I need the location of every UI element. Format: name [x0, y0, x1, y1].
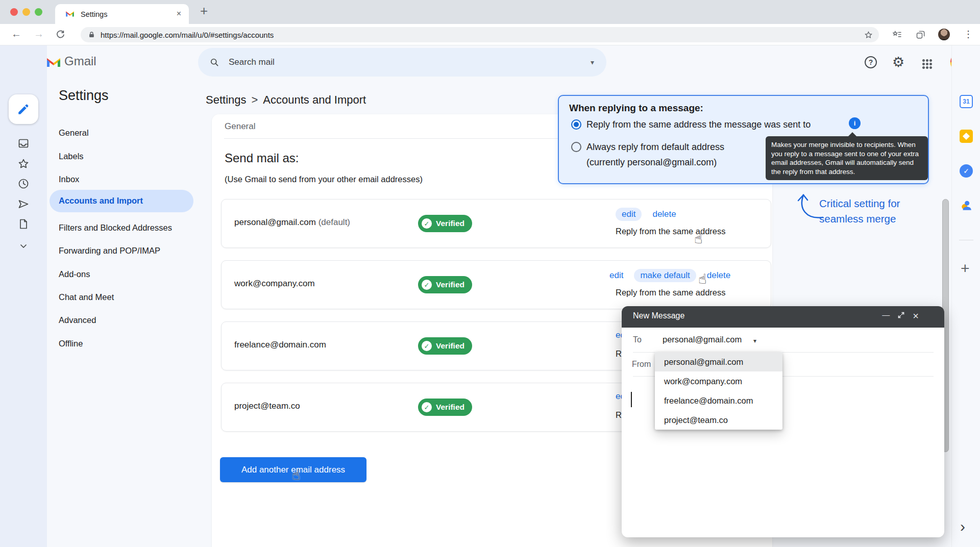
google-apps-icon[interactable]: [922, 59, 932, 69]
radio-label: Reply from the same address the message …: [586, 117, 811, 132]
email-address: work@company.com: [234, 279, 315, 289]
side-panel-toggle-icon[interactable]: ›: [960, 518, 965, 535]
text-cursor: [631, 392, 632, 407]
keep-icon[interactable]: [960, 130, 973, 143]
snoozed-icon[interactable]: [17, 178, 30, 190]
check-icon: ✓: [422, 280, 432, 290]
reply-mode-note: Reply from the same address: [616, 288, 726, 297]
forward-button[interactable]: →: [34, 28, 44, 40]
nav-item-inbox[interactable]: Inbox: [59, 175, 79, 184]
edit-link[interactable]: edit: [609, 270, 623, 281]
tab-close-icon[interactable]: ×: [177, 9, 181, 18]
more-labels-chevron-icon[interactable]: [17, 240, 30, 252]
email-address: project@team.co: [234, 401, 300, 411]
email-row: work@company.com ✓Verified edit make def…: [221, 260, 771, 309]
dropdown-option[interactable]: personal@gmail.com: [655, 352, 782, 371]
help-icon[interactable]: ?: [865, 56, 877, 68]
back-button[interactable]: ←: [11, 28, 21, 40]
hand-cursor-icon: ☝: [292, 467, 300, 483]
settings-gear-icon[interactable]: ⚙: [892, 54, 904, 70]
nav-item-offline[interactable]: Offline: [59, 339, 83, 349]
search-bar[interactable]: ▾: [198, 48, 606, 77]
window-zoom-button[interactable]: [35, 8, 42, 16]
starred-icon[interactable]: [17, 158, 30, 170]
nav-item-chat-meet[interactable]: Chat and Meet: [59, 292, 114, 302]
right-side-panel: 31 ✓ +: [951, 45, 980, 547]
add-addon-icon[interactable]: +: [961, 260, 970, 277]
calendar-icon[interactable]: 31: [960, 95, 973, 108]
row-actions: edit delete: [616, 208, 676, 221]
sent-icon[interactable]: [17, 198, 30, 210]
window-minimize-button[interactable]: [22, 8, 30, 16]
make-default-link[interactable]: make default: [634, 269, 696, 282]
tab-strip: Settings × +: [0, 0, 980, 24]
verified-badge: ✓Verified: [418, 337, 472, 355]
nav-item-general[interactable]: General: [59, 128, 89, 138]
dropdown-option[interactable]: freelance@domain.com: [655, 391, 782, 410]
breadcrumb-current: Accounts and Import: [263, 93, 366, 106]
hand-cursor-icon: ☝: [698, 271, 706, 287]
hand-cursor-icon: ☝: [694, 231, 702, 247]
lock-icon: [88, 31, 95, 39]
row-actions: edit make default delete: [609, 269, 730, 282]
search-input[interactable]: [228, 57, 544, 68]
radio-label: Always reply from default address (curre…: [586, 139, 724, 170]
bookmark-star-icon[interactable]: [864, 31, 873, 39]
section-title: Send mail as:: [225, 151, 299, 165]
from-label: From: [632, 360, 651, 369]
delete-link[interactable]: delete: [652, 209, 676, 219]
nav-item-filters[interactable]: Filters and Blocked Addresses: [59, 223, 172, 233]
tasks-icon[interactable]: ✓: [960, 164, 973, 178]
browser-menu-icon[interactable]: ⋮: [964, 29, 973, 40]
info-tooltip: Makes your merge invisible to recipients…: [766, 136, 928, 180]
dropdown-option[interactable]: project@team.co: [655, 410, 782, 430]
new-tab-button[interactable]: +: [200, 3, 208, 19]
radio-reply-same-address[interactable]: [571, 119, 581, 130]
tab-general[interactable]: General: [225, 121, 255, 132]
callout-title: When replying to a message:: [569, 103, 703, 114]
nav-item-forwarding[interactable]: Forwarding and POP/IMAP: [59, 246, 160, 256]
window-close-button[interactable]: [10, 8, 18, 16]
close-icon[interactable]: ×: [913, 311, 919, 321]
from-address-dropdown: personal@gmail.com work@company.com free…: [655, 352, 782, 430]
dropdown-option[interactable]: work@company.com: [655, 371, 782, 391]
compose-window: New Message — × To personal@gmail.com ▾ …: [622, 306, 944, 537]
contacts-icon[interactable]: [960, 198, 973, 212]
inbox-icon[interactable]: [17, 137, 30, 150]
compose-button[interactable]: [9, 94, 38, 124]
breadcrumb-separator: >: [252, 93, 258, 106]
url-bar[interactable]: https://mail.google.com/mail/u/0/#settin…: [81, 27, 879, 42]
verified-badge: ✓Verified: [418, 276, 472, 293]
delete-link[interactable]: delete: [707, 270, 730, 281]
compose-title: New Message: [633, 311, 684, 320]
info-icon[interactable]: i: [849, 117, 861, 129]
drafts-icon[interactable]: [17, 218, 30, 230]
gmail-logo-icon: [46, 56, 61, 70]
to-caret-icon[interactable]: ▾: [753, 337, 756, 344]
left-rail: [0, 45, 47, 547]
email-row: personal@gmail.com (default) ✓Verified e…: [221, 199, 771, 248]
browser-tab[interactable]: Settings ×: [55, 4, 189, 24]
nav-item-advanced[interactable]: Advanced: [59, 315, 96, 325]
reload-button[interactable]: [55, 29, 66, 42]
nav-item-labels[interactable]: Labels: [59, 152, 84, 161]
minimize-icon[interactable]: —: [882, 310, 890, 319]
gmail-wordmark: Gmail: [64, 54, 96, 68]
reading-list-icon[interactable]: [892, 30, 902, 42]
to-value[interactable]: personal@gmail.com: [663, 335, 742, 344]
check-icon: ✓: [422, 218, 432, 229]
edit-link[interactable]: edit: [616, 208, 642, 221]
breadcrumb-root[interactable]: Settings: [206, 93, 247, 106]
tab-groups-icon[interactable]: [916, 30, 926, 42]
verified-badge: ✓Verified: [418, 215, 472, 232]
email-address: freelance@domain.com: [234, 340, 326, 350]
expand-icon[interactable]: [898, 311, 904, 320]
nav-item-accounts-and-import[interactable]: Accounts and Import: [50, 190, 193, 212]
search-options-caret-icon[interactable]: ▾: [591, 58, 594, 66]
radio-reply-default-address[interactable]: [571, 142, 581, 152]
browser-profile-avatar[interactable]: [938, 29, 950, 40]
compose-header[interactable]: New Message — ×: [622, 306, 944, 328]
url-text: https://mail.google.com/mail/u/0/#settin…: [101, 31, 274, 39]
browser-window: Settings × + ← → https://mail.google.com…: [0, 0, 980, 547]
nav-item-addons[interactable]: Add-ons: [59, 269, 90, 279]
